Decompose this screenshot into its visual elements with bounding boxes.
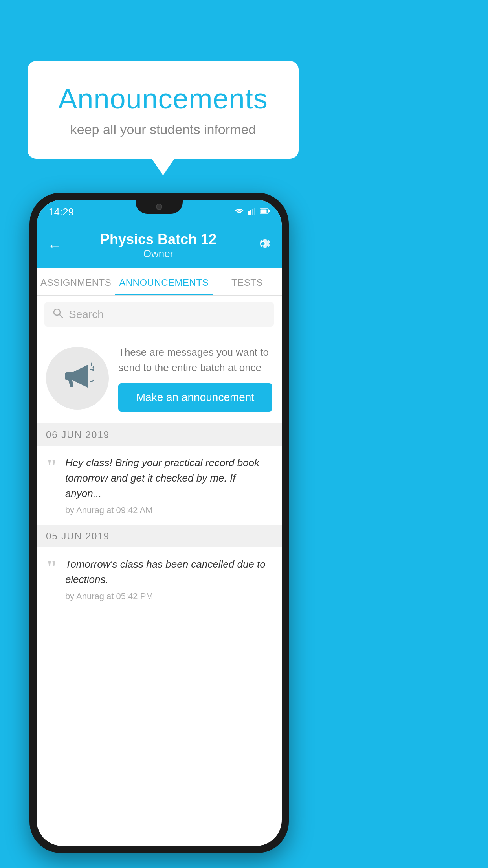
speech-bubble: Announcements keep all your students inf… [28,61,299,159]
battery-icon [260,208,270,216]
bubble-title: Announcements [47,83,279,115]
svg-line-8 [59,314,62,318]
phone-inner: 14:29 [37,200,282,846]
signal-icon [248,208,256,217]
announcement-prompt: These are messages you want to send to t… [37,333,282,424]
announcement-meta-1: by Anurag at 09:42 AM [65,505,272,515]
svg-line-11 [92,369,94,370]
announcement-item-1: " Hey class! Bring your practical record… [37,446,282,525]
notch [136,200,183,214]
header-title: Physics Batch 12 [100,231,216,248]
svg-line-10 [93,366,94,367]
megaphone-icon [61,359,94,398]
announcement-description: These are messages you want to send to t… [118,345,272,375]
notch-camera [156,204,162,210]
announcement-item-2: " Tomorrow's class has been cancelled du… [37,547,282,611]
svg-rect-1 [250,210,251,215]
tab-tests[interactable]: TESTS [213,268,282,295]
wifi-icon [235,208,244,217]
back-button[interactable]: ← [48,237,62,254]
status-time: 14:29 [48,206,74,218]
announcement-right: These are messages you want to send to t… [118,345,272,412]
announcement-text-2: Tomorrow's class has been cancelled due … [65,557,272,587]
speech-bubble-container: Announcements keep all your students inf… [28,61,299,159]
date-separator-2: 05 JUN 2019 [37,525,282,547]
megaphone-circle [46,347,109,410]
quote-icon-1: " [46,457,57,477]
status-bar: 14:29 [37,200,282,224]
search-icon [52,307,63,321]
header-center: Physics Batch 12 Owner [100,231,216,260]
tab-assignments[interactable]: ASSIGNMENTS [37,268,115,295]
phone-mockup: 14:29 [29,193,289,853]
announcement-content-1: Hey class! Bring your practical record b… [65,455,272,515]
svg-rect-5 [268,210,270,212]
tab-announcements[interactable]: ANNOUNCEMENTS [115,268,213,295]
search-placeholder: Search [69,308,104,321]
svg-rect-2 [252,209,253,215]
svg-rect-0 [248,211,250,215]
date-separator-1: 06 JUN 2019 [37,424,282,446]
app-header: ← Physics Batch 12 Owner [37,224,282,268]
tabs-bar: ASSIGNMENTS ANNOUNCEMENTS TESTS [37,268,282,296]
settings-icon[interactable] [255,236,271,255]
make-announcement-button[interactable]: Make an announcement [118,383,272,412]
svg-rect-3 [254,208,255,215]
announcement-text-1: Hey class! Bring your practical record b… [65,455,272,501]
header-subtitle: Owner [100,248,216,260]
announcement-content-2: Tomorrow's class has been cancelled due … [65,557,272,601]
search-bar[interactable]: Search [44,302,274,327]
announcement-meta-2: by Anurag at 05:42 PM [65,591,272,601]
quote-icon-2: " [46,558,57,579]
bubble-subtitle: keep all your students informed [47,122,279,137]
search-container: Search [37,296,282,333]
status-icons [235,208,270,217]
svg-rect-6 [261,210,267,213]
